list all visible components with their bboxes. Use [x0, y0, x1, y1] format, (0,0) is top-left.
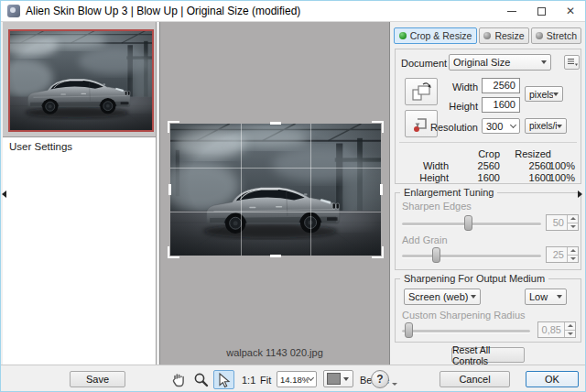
hand-icon [170, 372, 186, 387]
sharpen-edges-spinbox[interactable]: 50 [546, 214, 579, 231]
slider-track [402, 330, 530, 332]
minimize-icon [507, 11, 516, 12]
preview-car-image [170, 124, 381, 256]
reset-all-controls-button[interactable]: Reset All Controls [451, 347, 525, 363]
cancel-button[interactable]: Cancel [440, 371, 510, 387]
crop-handle-top-left[interactable] [168, 121, 179, 133]
resolution-label: Resolution [412, 122, 478, 133]
zoom-level-value: 14.18% [280, 375, 309, 385]
chevron-down-icon [510, 121, 516, 127]
enlargement-tuning-title: Enlargement Tuning [400, 187, 497, 198]
divider [399, 142, 577, 143]
crop-handle-right[interactable] [380, 184, 383, 195]
document-size-value: Original Size [453, 57, 541, 68]
units-select[interactable]: pixels [525, 86, 563, 102]
sharpening-amount-select[interactable]: Low [525, 289, 567, 305]
presets-list[interactable]: User Settings [3, 136, 157, 365]
dropdown-arrow-icon [553, 93, 559, 96]
width-label: Width [438, 82, 478, 93]
presets-header: User Settings [3, 137, 156, 152]
enlargement-tuning-group: Enlargement Tuning Sharpen Edges 50 Add … [395, 192, 581, 270]
menu-icon [567, 58, 578, 67]
background-color-select[interactable] [323, 370, 353, 387]
tab-crop-resize[interactable]: Crop & Resize [394, 27, 477, 44]
dropdown-arrow-icon [471, 295, 476, 299]
slider-handle[interactable] [405, 322, 413, 338]
document-size-select[interactable]: Original Size [449, 54, 551, 71]
output-medium-select[interactable]: Screen (web) [404, 289, 481, 305]
spin-down-button[interactable] [568, 256, 578, 263]
cursor-arrow-icon [216, 372, 232, 388]
tab-stretch[interactable]: Stretch [531, 27, 581, 44]
settings-panel: Crop & Resize Resize Stretch Document Si… [391, 22, 584, 365]
help-menu-arrow-icon [392, 383, 397, 386]
spin-down-icon [570, 225, 576, 228]
save-button[interactable]: Save [70, 371, 125, 387]
collapse-left-panel-arrow[interactable] [2, 191, 6, 198]
crop-handle-bottom-right[interactable] [372, 246, 384, 258]
image-filename: walpack 1143 020.jpg [160, 347, 389, 358]
zoom-tool-button[interactable] [190, 370, 212, 389]
inactive-tab-dot-icon [483, 32, 491, 39]
crop-grid-line [241, 124, 242, 256]
title-bar: Alien Skin Blow Up 3 | Blow Up | Origina… [1, 1, 585, 22]
zoom-1to1-button[interactable]: 1:1 [242, 375, 255, 386]
width-input[interactable]: 2560 [482, 78, 520, 93]
close-button[interactable]: ✕ [556, 1, 585, 21]
close-icon: ✕ [566, 5, 575, 16]
custom-radius-slider[interactable] [402, 322, 530, 338]
help-button[interactable]: ? [371, 370, 389, 388]
rotate-orientation-button[interactable] [405, 78, 438, 105]
ok-button[interactable]: OK [526, 371, 579, 387]
spin-up-button[interactable] [568, 215, 578, 223]
width-percent-value: 100% [542, 160, 575, 171]
spin-down-icon [568, 332, 573, 335]
preview-image[interactable] [170, 124, 381, 256]
resolution-units-select[interactable]: pixels/in [525, 118, 567, 134]
crop-grid-line [170, 212, 381, 212]
spin-up-button[interactable] [565, 322, 575, 331]
spin-up-button[interactable] [568, 247, 578, 256]
resized-column-header: Resized [504, 148, 551, 159]
crop-handle-bottom[interactable] [270, 255, 281, 257]
rotate-pages-icon [410, 82, 432, 102]
crop-width-value: 2560 [452, 160, 500, 171]
crop-handle-left[interactable] [168, 184, 171, 195]
tab-label: Resize [494, 30, 524, 41]
collapse-right-panel-arrow[interactable] [578, 191, 582, 198]
spin-down-button[interactable] [565, 331, 575, 338]
chevron-down-icon [308, 375, 314, 381]
crop-select-tool-button[interactable] [213, 370, 234, 389]
window-title: Alien Skin Blow Up 3 | Blow Up | Origina… [26, 5, 300, 17]
document-size-menu-button[interactable] [564, 55, 580, 70]
custom-radius-spinbox[interactable]: 0,85 [537, 321, 576, 338]
crop-handle-top-right[interactable] [372, 121, 384, 133]
output-medium-value: Screen (web) [408, 291, 471, 302]
height-input[interactable]: 1600 [482, 97, 520, 113]
zoom-fit-button[interactable]: Fit [260, 375, 271, 386]
question-mark-icon: ? [376, 373, 383, 386]
sharpen-edges-slider[interactable] [402, 215, 541, 231]
presets-panel: User Settings [3, 22, 157, 365]
slider-track [402, 255, 541, 257]
spin-down-button[interactable] [568, 223, 578, 231]
add-grain-spinbox[interactable]: 25 [546, 246, 579, 263]
crop-handle-top[interactable] [270, 122, 281, 125]
slider-handle[interactable] [432, 247, 440, 263]
add-grain-value: 25 [547, 247, 567, 262]
active-tab-dot-icon [399, 32, 407, 39]
table-row-label: Width [408, 160, 449, 171]
pan-tool-button[interactable] [168, 370, 189, 389]
maximize-button[interactable] [526, 1, 556, 21]
minimize-button[interactable] [497, 1, 526, 21]
zoom-level-combo[interactable]: 14.18% [277, 371, 317, 387]
height-percent-value: 100% [542, 172, 575, 183]
resolution-combo[interactable]: 300 [482, 118, 520, 134]
add-grain-slider[interactable] [402, 247, 541, 263]
crop-handle-bottom-left[interactable] [168, 246, 179, 258]
slider-handle[interactable] [464, 215, 472, 231]
tab-resize[interactable]: Resize [479, 27, 529, 44]
output-sharpening-title: Sharpening For Output Medium [400, 273, 548, 284]
selected-thumbnail[interactable] [8, 29, 154, 132]
custom-radius-value: 0,85 [538, 322, 564, 337]
